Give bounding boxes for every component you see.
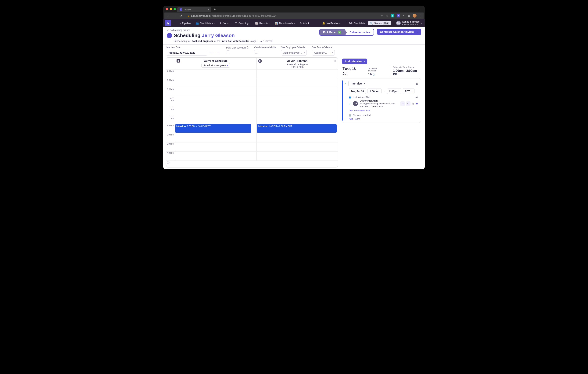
nav-candidates[interactable]: 👥Candidates▾ — [194, 21, 217, 26]
interview-tz-select[interactable]: PDT▾ — [403, 88, 414, 94]
search-icon: 🔍 — [370, 22, 373, 25]
calendar-grid[interactable]: 7:00 AM8:00 AM9:00 AM10:00 AM11:00 AM12:… — [166, 70, 338, 167]
nav-reports[interactable]: 📈Reports▾ — [253, 21, 272, 26]
calendar-cell[interactable] — [256, 70, 338, 79]
prev-day-button[interactable]: ← — [209, 50, 214, 55]
calendar-cell[interactable] — [175, 142, 256, 151]
multiday-checkbox[interactable] — [226, 50, 230, 54]
bookmark-icon[interactable]: ☆ — [386, 14, 389, 18]
calendar-cell[interactable] — [256, 106, 338, 115]
candidate-name[interactable]: Jerry Gleason — [202, 32, 234, 38]
step-pick-panel[interactable]: Pick Panel ✓ — [320, 29, 345, 35]
calendar-cell[interactable] — [175, 88, 256, 97]
arrow-right-icon: → — [383, 90, 386, 93]
calendar-cell[interactable] — [175, 151, 256, 160]
extensions-icon[interactable]: ✦ — [402, 14, 405, 18]
interview-date-field[interactable]: Tue, Jul 18 — [349, 88, 366, 94]
tab-overflow-icon[interactable]: ⌄ — [419, 8, 422, 11]
browser-menu-icon[interactable]: ⋮ — [419, 14, 422, 18]
next-day-button[interactable]: → — [216, 50, 221, 55]
calendar-cell[interactable] — [256, 133, 338, 142]
candidate-avail-checkbox[interactable] — [254, 50, 258, 53]
delete-interview-button[interactable]: 🗑 — [416, 82, 419, 85]
interviewer-name: Oliver Hickman — [360, 99, 395, 102]
browser-back[interactable]: ← — [166, 13, 170, 18]
calendar-cell[interactable] — [175, 106, 256, 115]
panel-icon[interactable]: ▣ — [408, 14, 410, 18]
keyboard-shortcut: ⌘+K — [383, 22, 389, 25]
home-button[interactable]: ⌂ — [172, 21, 177, 26]
eye-off-icon[interactable]: 👁⃠ — [334, 60, 336, 63]
url-path: /schedules/drafts/115cfdb0-51da-467a-bc0… — [212, 14, 276, 17]
people-icon: 👥 — [196, 22, 199, 25]
share-icon[interactable]: ⇪ — [381, 14, 383, 18]
address-bar[interactable]: 🔒 app.ashbyhq.com/schedules/drafts/115cf… — [185, 14, 378, 18]
step-calendar-invites[interactable]: Calendar Invites — [345, 29, 374, 35]
global-search[interactable]: 🔍Search⌘+K — [368, 21, 391, 25]
timezone-selector[interactable]: America/Los Angeles▾ — [201, 63, 230, 68]
profile-avatar[interactable] — [413, 14, 417, 18]
funnel-icon: ▾ — [179, 22, 181, 25]
hour-label: 1:00 PM — [166, 124, 175, 133]
close-icon[interactable]: × — [208, 8, 209, 11]
remove-interviewer-button[interactable]: 🗑 — [412, 102, 414, 105]
user-menu[interactable]: AS Ashby Success Reteam Microsoft ▾ — [396, 21, 423, 26]
window-close[interactable] — [166, 8, 168, 10]
add-candidate-button[interactable]: ＋Add Candidate — [343, 20, 367, 26]
hour-label: 4:00 PM — [166, 151, 175, 160]
interviewer-calendar-button[interactable]: 🗓 — [406, 101, 410, 106]
calendar-cell[interactable] — [175, 97, 256, 106]
hour-label: 9:00 AM — [166, 88, 175, 97]
browser-reload[interactable]: ⟳ — [179, 13, 183, 18]
room-calendar-select[interactable]: Add room…▾ — [312, 50, 335, 55]
window-minimize[interactable] — [170, 8, 172, 10]
favorite-interviewer-button[interactable]: ☆ — [400, 101, 405, 106]
nav-jobs[interactable]: 🗄Jobs▾ — [218, 21, 232, 26]
back-button[interactable]: ← — [167, 33, 172, 38]
notifications-button[interactable]: 🔔Notifications — [320, 21, 342, 26]
add-interview-button[interactable]: Add Interview▾ — [342, 59, 367, 64]
chevron-down-icon: ▾ — [364, 83, 365, 85]
browser-tab[interactable]: A Ashby × — [177, 7, 211, 12]
nav-dashboards[interactable]: 📊Dashboards▾ — [273, 21, 297, 26]
new-tab-button[interactable]: + — [211, 8, 218, 11]
scheduling-stepper: Pick Panel ✓ Calendar Invites — [319, 29, 374, 36]
calendar-cell[interactable] — [175, 115, 256, 124]
add-interviewer-slot-link[interactable]: Add Interviewer Slot — [349, 109, 370, 112]
interview-start-field[interactable]: 1:00pm — [368, 88, 381, 94]
nav-pipeline[interactable]: ▾Pipeline — [178, 21, 193, 26]
calendar-cell[interactable] — [256, 115, 338, 124]
chevron-down-icon: ▾ — [294, 22, 295, 24]
add-room-link[interactable]: Add Room — [349, 118, 360, 120]
calendar-event[interactable]: Interview, 1:00 PM – 2:00 PM PDT — [257, 124, 337, 133]
help-button[interactable]: ? — [166, 161, 170, 166]
calendar-cell[interactable] — [175, 133, 256, 142]
calendar-cell[interactable] — [175, 70, 256, 79]
chart-icon: 📈 — [255, 22, 258, 25]
extension-1[interactable]: ◆ — [391, 14, 394, 17]
interviewer-slots-label: 👥 1 Interviewer Slot Alt. — [349, 96, 419, 98]
calendar-cell[interactable] — [256, 97, 338, 106]
calendar-cell[interactable] — [175, 79, 256, 88]
calendar-cell[interactable] — [256, 151, 338, 160]
interview-end-field[interactable]: 2:00pm — [387, 88, 401, 94]
see-room-label: See Room Calendar — [312, 46, 335, 49]
nav-sourcing[interactable]: ☷Sourcing▾ — [233, 21, 252, 26]
calendar-cell[interactable] — [256, 88, 338, 97]
info-icon[interactable]: ⓘ — [247, 46, 249, 49]
collapse-panel-icon[interactable]: › — [420, 60, 420, 63]
hour-label: 8:00 AM — [166, 79, 175, 88]
interview-date-input[interactable]: Tuesday, July 18, 2023 — [166, 50, 207, 55]
brand-logo[interactable]: A — [165, 20, 171, 26]
calendar-cell[interactable] — [256, 142, 338, 151]
calendar-event[interactable]: Interview, 1:00 PM – 2:00 PM PDT — [175, 124, 251, 133]
schedule-side-panel: Add Interview▾ › Tue, 18 Jul Schedule Du… — [341, 57, 422, 168]
extension-ashby[interactable]: A — [397, 14, 400, 17]
employee-calendar-select[interactable]: Add employee…▾ — [281, 50, 307, 55]
configure-calendar-invites-button[interactable]: Configure Calendar Invites → — [377, 29, 421, 35]
page-subtitle: interviewing for Backend Engineer at the… — [174, 40, 316, 43]
people-icon: 👥 — [349, 96, 351, 98]
nav-admin[interactable]: ⚙Admin — [298, 21, 312, 26]
interview-type-select[interactable]: Interview▾ — [348, 81, 367, 86]
calendar-cell[interactable] — [256, 79, 338, 88]
